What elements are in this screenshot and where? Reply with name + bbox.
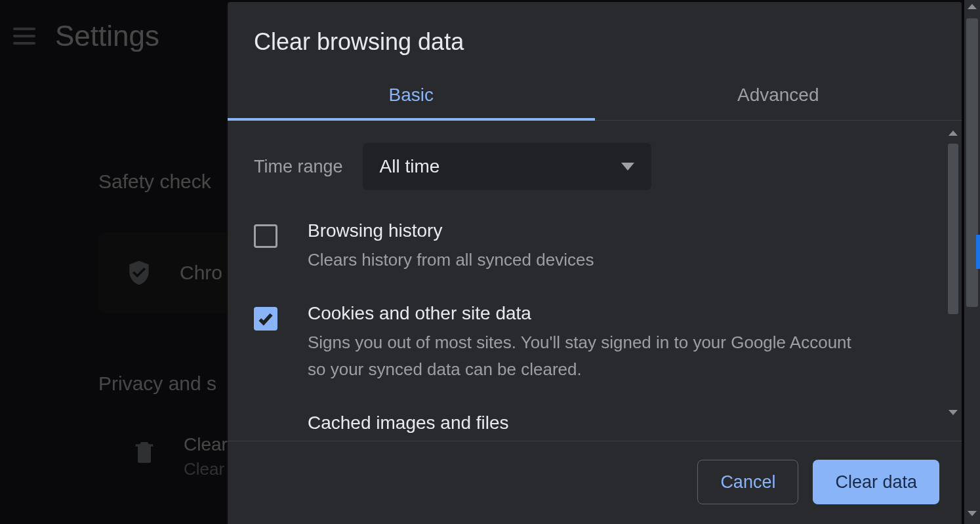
option-title: Cached images and files — [308, 413, 509, 433]
checkbox-browsing-history[interactable] — [254, 224, 277, 248]
option-title: Cookies and other site data — [308, 303, 872, 324]
dialog-tabs: Basic Advanced — [228, 75, 962, 121]
scroll-up-icon — [949, 131, 958, 136]
scroll-up-icon — [968, 4, 977, 9]
option-desc: Clears history from all synced devices — [308, 247, 594, 273]
check-icon — [257, 310, 274, 327]
cancel-button[interactable]: Cancel — [697, 460, 798, 504]
time-range-label: Time range — [254, 157, 343, 177]
tab-advanced[interactable]: Advanced — [595, 75, 962, 120]
chevron-down-icon — [621, 163, 634, 171]
option-cookies: Cookies and other site data Signs you ou… — [254, 303, 935, 382]
scroll-thumb[interactable] — [948, 144, 958, 314]
dialog-body: Time range All time Browsing history Cle… — [228, 121, 962, 441]
option-title: Browsing history — [308, 220, 594, 241]
time-range-value: All time — [380, 156, 440, 177]
checkbox-cookies[interactable] — [254, 307, 277, 331]
menu-icon — [13, 28, 35, 45]
dialog-title: Clear browsing data — [254, 28, 935, 56]
trash-icon — [131, 437, 157, 467]
clear-row-sub: Clear — [184, 459, 228, 479]
shield-check-icon — [125, 258, 153, 287]
dialog-scrollbar[interactable] — [946, 128, 960, 419]
clear-data-button[interactable]: Clear data — [813, 460, 939, 504]
scroll-down-icon — [949, 410, 958, 415]
tab-basic[interactable]: Basic — [228, 75, 595, 120]
option-cached: Cached images and files — [254, 413, 935, 440]
dialog-footer: Cancel Clear data — [228, 441, 962, 524]
focus-indicator — [976, 235, 980, 269]
time-range-dropdown[interactable]: All time — [363, 143, 651, 190]
clear-row-title: Clear — [184, 434, 228, 455]
scroll-down-icon — [968, 511, 977, 516]
clear-browsing-data-dialog: Clear browsing data Basic Advanced Time … — [228, 2, 962, 524]
safety-check-text: Chro — [180, 262, 222, 284]
page-title: Settings — [55, 20, 159, 52]
option-browsing-history: Browsing history Clears history from all… — [254, 220, 935, 273]
option-desc: Signs you out of most sites. You'll stay… — [308, 329, 872, 382]
